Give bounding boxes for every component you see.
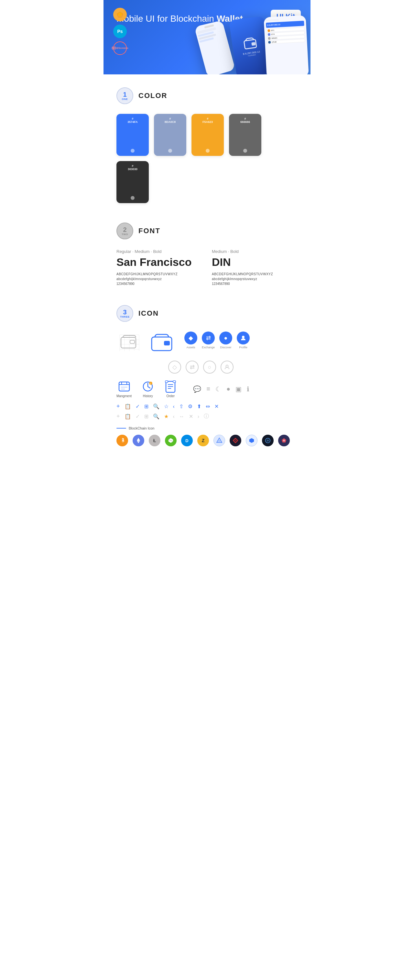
layers-icon: ≡ [206,385,210,393]
font-section-number: 2 TWO [116,223,133,239]
divider-line [116,428,126,428]
qr-icon: ⊞ [144,403,148,409]
exchange-icon: ⇄ [202,331,215,344]
close-icon: ✕ [215,403,219,409]
ps-badge: Ps [113,25,127,38]
svg-rect-32 [165,381,168,383]
color-section: 1 ONE COLOR #3574FA #8DA0C8 #F5A623 #666… [116,75,298,210]
zec-icon: Z [197,435,209,446]
forward-gray-icon: › [197,414,199,420]
blockchain-divider: BlockChain Icon [116,426,298,430]
swatch-gray: #666666 [229,114,261,156]
exchange-icon-box: ⇄ Exchange [202,331,215,349]
svg-point-17 [242,336,245,338]
moon-icon: ☾ [215,385,221,393]
info-icon: ℹ [247,385,249,393]
svg-marker-42 [249,438,254,443]
plus-icon: + [116,403,120,410]
phone-mockups: $ 6,297,502.12 myWallet $ 6,297,502.12 B… [194,13,310,75]
bnt-icon [262,435,274,446]
svg-rect-13 [121,337,136,348]
hero-section: Mobile UI for Blockchain Wallet UI Kit P… [104,0,310,75]
ltc-icon: Ł [149,435,161,446]
swatch-blue: #3574FA [116,114,149,156]
small-icons-row: 💬 ≡ ☾ ● ▣ ℹ [193,385,249,393]
icon-row-app: Mangment ! History [116,380,298,398]
svg-marker-34 [137,438,140,441]
main-content: 1 ONE COLOR #3574FA #8DA0C8 #F5A623 #666… [104,75,310,463]
management-icon-box: Mangment [116,380,132,398]
color-section-number: 1 ONE [116,88,133,104]
ark-icon [230,435,241,446]
clipboard-gray-icon: 📋 [124,414,131,420]
sketch-badge [113,8,127,21]
icon-row-1: ◆ Assets ⇄ Exchange ● Discover [116,331,298,354]
icon-section-number: 3 THREE [116,305,133,322]
icon-section: 3 THREE ICON [116,292,298,463]
eth-icon [132,435,144,446]
svg-rect-19 [119,382,129,391]
svg-point-46 [283,439,285,441]
settings-icon: ⚙ [188,403,193,409]
profile-outline-icon [221,361,234,374]
search-gray-icon: 🔍 [153,414,159,420]
blockchain-divider-text: BlockChain Icon [129,426,154,430]
wallet-filled-icon [149,331,175,354]
font-section-header: 2 TWO FONT [116,223,298,239]
back-icon: ‹ [173,404,175,409]
comment-icon: 💬 [193,385,201,393]
close-gray-icon: ✕ [189,414,193,420]
neo-icon [165,435,177,446]
plus-gray-icon: + [116,413,120,420]
color-section-header: 1 ONE COLOR [116,88,298,104]
swatch-dot [243,149,247,153]
font-din: Medium · Bold DIN ABCDEFGHIJKLMNOPQRSTUV… [212,249,298,286]
assets-outline-icon: ◇ [168,361,181,374]
upload-icon: ⬆ [197,403,201,409]
swatch-dot [131,196,135,200]
iota-icon [213,435,225,446]
icon-row-outline: ◇ ⇄ ○ [116,361,298,374]
svg-point-44 [266,439,269,441]
qr-gray-icon: ⊞ [144,414,148,420]
clipboard-icon: 📋 [124,403,131,409]
svg-rect-16 [164,341,170,345]
font-grid: Regular · Medium · Bold San Francisco AB… [116,249,298,286]
back-gray-icon: ‹ [173,414,175,420]
search-icon: 🔍 [153,403,159,409]
svg-rect-33 [173,381,176,383]
swatch-dot [206,149,210,153]
profile-icon-box: Profile [237,331,250,349]
icon-section-title: ICON [139,309,159,318]
svg-rect-3 [251,42,256,46]
icon-row-utility-blue: + 📋 ✓ ⊞ 🔍 ☆ ‹ ⇧ ⚙ ⬆ ⇔ ✕ [116,403,298,410]
swatch-orange: #F5A623 [191,114,224,156]
history-icon-box: ! History [141,380,154,398]
knc-icon [246,435,258,446]
color-swatches: #3574FA #8DA0C8 #F5A623 #666666 #303030 [116,114,298,203]
blockchain-icons: Ł D Z [116,435,298,446]
discover-icon: ● [219,331,232,344]
profile-icon [237,331,250,344]
svg-rect-14 [130,340,135,344]
icon-section-header: 3 THREE ICON [116,305,298,322]
hero-badges: Ps 60+ Screens [113,8,127,55]
chat-icon: ▣ [236,385,242,393]
exchange-outline-icon: ⇄ [186,361,199,374]
dash-icon: D [181,435,193,446]
nav-icons-filled: ◆ Assets ⇄ Exchange ● Discover [184,331,250,349]
order-icon-box: Order [164,380,177,398]
arrows-gray-icon: ↔ [179,414,184,420]
btc-icon [116,435,128,446]
circle-icon: ● [226,385,230,393]
svg-text:!: ! [150,383,151,385]
icon-row-utility-gray: + 📋 ✓ ⊞ 🔍 ★ ‹ ↔ ✕ › ⓘ [116,413,298,420]
font-section-title: FONT [139,227,161,235]
star-active-icon: ★ [164,414,169,420]
swatch-dot [168,149,172,153]
mana-icon [278,435,290,446]
swatch-dark: #303030 [116,161,149,203]
assets-icon: ◆ [184,331,197,344]
check-gray-icon: ✓ [135,414,140,420]
star-icon: ☆ [164,403,169,409]
